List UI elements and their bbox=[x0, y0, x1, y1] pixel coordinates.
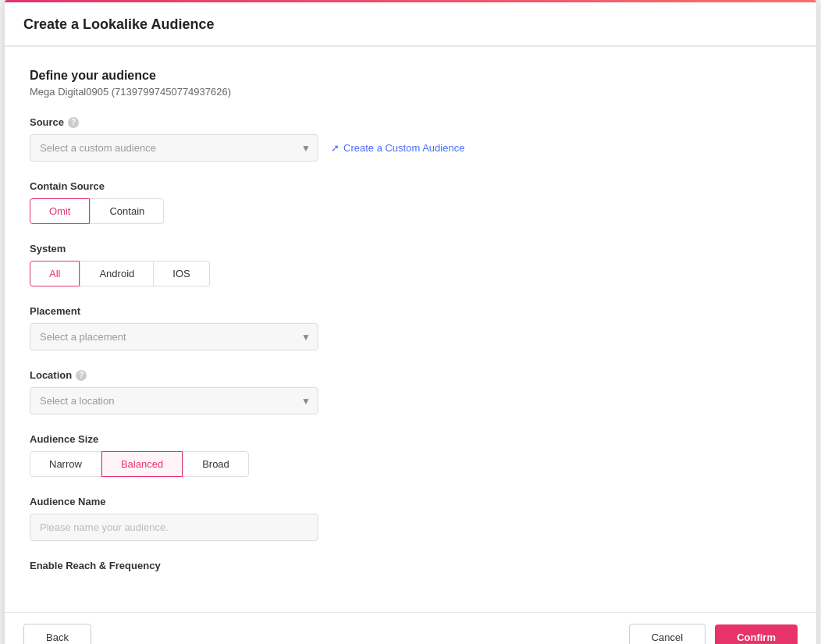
modal-header: Create a Lookalike Audience bbox=[5, 2, 816, 47]
source-label: Source ? bbox=[30, 116, 791, 128]
enable-rf-field-group: Enable Reach & Frequency bbox=[30, 560, 791, 571]
audience-name-input[interactable] bbox=[30, 514, 318, 541]
placement-select[interactable]: Select a placement bbox=[30, 323, 318, 350]
broad-button[interactable]: Broad bbox=[183, 451, 249, 477]
audience-name-label: Audience Name bbox=[30, 496, 791, 507]
system-field-group: System All Android IOS bbox=[30, 243, 791, 286]
contain-source-field-group: Contain Source Omit Contain bbox=[30, 180, 791, 224]
source-select-wrapper: Select a custom audience ▼ bbox=[30, 134, 318, 162]
ios-button[interactable]: IOS bbox=[154, 261, 209, 286]
modal-title: Create a Lookalike Audience bbox=[23, 16, 214, 32]
system-button-group: All Android IOS bbox=[30, 261, 791, 286]
placement-label: Placement bbox=[30, 305, 791, 317]
audience-size-button-group: Narrow Balanced Broad bbox=[30, 451, 791, 477]
cancel-button[interactable]: Cancel bbox=[629, 624, 705, 644]
android-button[interactable]: Android bbox=[80, 261, 154, 286]
contain-source-button-group: Omit Contain bbox=[30, 198, 791, 224]
system-label: System bbox=[30, 243, 791, 254]
footer-left: Back bbox=[23, 624, 91, 644]
omit-button[interactable]: Omit bbox=[30, 198, 90, 224]
location-label: Location ? bbox=[30, 369, 791, 381]
source-select[interactable]: Select a custom audience bbox=[30, 134, 318, 162]
balanced-button[interactable]: Balanced bbox=[101, 451, 183, 477]
footer-right: Cancel Confirm bbox=[629, 624, 798, 644]
external-link-icon: ➚ bbox=[331, 142, 339, 154]
location-select[interactable]: Select a location bbox=[30, 387, 318, 415]
contain-source-label: Contain Source bbox=[30, 180, 791, 192]
back-button[interactable]: Back bbox=[23, 624, 91, 644]
section-header-group: Define your audience Mega Digital0905 (7… bbox=[30, 69, 791, 98]
modal-body: Define your audience Mega Digital0905 (7… bbox=[5, 47, 816, 612]
modal-container: Create a Lookalike Audience Define your … bbox=[5, 0, 816, 644]
section-subtitle: Mega Digital0905 (71397997450774937626) bbox=[30, 86, 791, 98]
placement-field-group: Placement Select a placement ▼ bbox=[30, 305, 791, 350]
all-button[interactable]: All bbox=[30, 261, 80, 286]
audience-size-label: Audience Size bbox=[30, 433, 791, 445]
audience-name-field-group: Audience Name bbox=[30, 496, 791, 541]
source-field-group: Source ? Select a custom audience ▼ ➚ Cr… bbox=[30, 116, 791, 162]
confirm-button[interactable]: Confirm bbox=[715, 624, 798, 644]
source-help-icon[interactable]: ? bbox=[68, 117, 79, 128]
narrow-button[interactable]: Narrow bbox=[30, 451, 101, 477]
enable-rf-label: Enable Reach & Frequency bbox=[30, 560, 791, 571]
location-select-wrapper: Select a location ▼ bbox=[30, 387, 318, 415]
modal-footer: Back Cancel Confirm bbox=[5, 612, 816, 644]
source-row: Select a custom audience ▼ ➚ Create a Cu… bbox=[30, 134, 791, 162]
create-custom-audience-link[interactable]: ➚ Create a Custom Audience bbox=[331, 142, 464, 154]
location-help-icon[interactable]: ? bbox=[76, 370, 87, 381]
audience-size-field-group: Audience Size Narrow Balanced Broad bbox=[30, 433, 791, 477]
placement-select-wrapper: Select a placement ▼ bbox=[30, 323, 318, 350]
contain-button[interactable]: Contain bbox=[90, 198, 164, 224]
location-field-group: Location ? Select a location ▼ bbox=[30, 369, 791, 415]
section-title: Define your audience bbox=[30, 69, 791, 83]
